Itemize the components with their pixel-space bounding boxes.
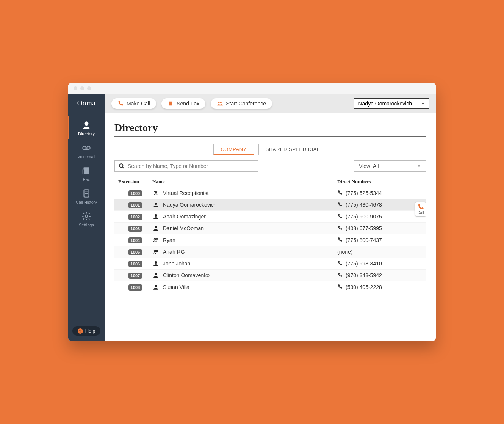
table-row[interactable]: 1002Anah Oomazinger(775) 900-9075	[114, 211, 426, 223]
col-extension: Extension	[118, 179, 152, 185]
voicemail-icon	[81, 143, 91, 153]
phone-icon	[417, 204, 424, 210]
sidebar-item-voicemail[interactable]: Voicemail	[68, 139, 105, 162]
contact-type-icon	[152, 260, 159, 267]
contact-name: Anah Oomazinger	[163, 214, 206, 220]
table-row[interactable]: 1006John Johan(775) 993-3410	[114, 258, 426, 270]
svg-point-12	[220, 102, 222, 103]
extension-badge: 1000	[128, 190, 142, 196]
phone-icon	[337, 272, 343, 279]
table-header: Extension Name Direct Numbers	[114, 176, 426, 187]
topbar: Make Call Send Fax Start Conference Nady…	[105, 94, 436, 113]
contact-type-icon	[152, 190, 159, 196]
sidebar-item-call-history[interactable]: Call History	[68, 185, 105, 207]
window-dot	[80, 86, 84, 90]
svg-point-17	[157, 191, 157, 192]
call-label: Call	[417, 210, 424, 215]
svg-point-23	[154, 250, 156, 252]
button-label: Make Call	[127, 101, 150, 107]
help-icon: ?	[78, 328, 83, 334]
svg-rect-5	[83, 169, 84, 174]
sidebar-label: Fax	[83, 177, 90, 182]
contact-name: Daniel McOoman	[163, 225, 204, 231]
sidebar-item-fax[interactable]: Fax	[68, 162, 105, 185]
extension-badge: 1006	[128, 261, 142, 267]
button-label: Start Conference	[226, 101, 266, 107]
contact-name: Virtual Receptionist	[163, 190, 208, 196]
table-row[interactable]: 1004Ryan(775) 800-7437	[114, 234, 426, 246]
sidebar-item-directory[interactable]: Directory	[68, 116, 105, 139]
table-row[interactable]: 1003Daniel McOoman(408) 677-5995	[114, 223, 426, 234]
view-label: View: All	[359, 163, 379, 169]
users-icon	[217, 101, 223, 107]
svg-point-2	[87, 146, 90, 150]
sidebar-item-settings[interactable]: Settings	[68, 207, 105, 230]
direct-number: (775) 993-3410	[346, 261, 382, 267]
search-box[interactable]	[114, 160, 258, 172]
brand-logo: Ooma	[77, 99, 95, 107]
extension-badge: 1007	[128, 273, 142, 279]
direct-number: (775) 525-5344	[346, 190, 382, 196]
main: Make Call Send Fax Start Conference Nady…	[105, 94, 436, 341]
extension-badge: 1008	[128, 284, 142, 291]
user-name: Nadya Oomarockovich	[358, 101, 412, 107]
gear-icon	[81, 211, 91, 221]
sidebar-label: Settings	[79, 223, 94, 227]
phone-icon	[337, 202, 343, 208]
extension-badge: 1005	[128, 249, 142, 255]
contact-name: Clinton Oomavenko	[163, 272, 210, 278]
tab-company[interactable]: COMPANY	[213, 144, 254, 155]
phone-icon	[337, 225, 343, 232]
phone-icon	[337, 190, 343, 196]
table-row[interactable]: 1008Susan Villa(530) 405-2228	[114, 281, 426, 293]
phone-icon	[337, 214, 343, 220]
button-label: Send Fax	[177, 101, 199, 107]
make-call-button[interactable]: Make Call	[111, 98, 156, 109]
direct-number: (408) 677-5995	[346, 225, 382, 231]
help-button[interactable]: ? Help	[72, 326, 101, 336]
contact-type-icon	[152, 284, 159, 291]
search-input[interactable]	[128, 163, 254, 169]
contact-name: Nadya Oomarockovich	[163, 202, 217, 208]
extension-badge: 1002	[128, 214, 142, 220]
contact-name: John Johan	[163, 261, 190, 267]
chevron-down-icon: ▼	[421, 102, 425, 106]
phone-icon	[337, 284, 343, 291]
help-label: Help	[85, 328, 95, 334]
send-fax-button[interactable]: Send Fax	[161, 98, 205, 109]
start-conference-button[interactable]: Start Conference	[211, 98, 272, 109]
contact-name: Anah RG	[163, 249, 185, 255]
table-row[interactable]: 1005Anah RG(none)	[114, 246, 426, 258]
sidebar-label: Directory	[78, 132, 95, 136]
direct-number: (775) 800-7437	[346, 237, 382, 243]
direct-number: (775) 430-4678	[346, 202, 382, 208]
svg-rect-4	[83, 167, 89, 174]
contact-type-icon	[152, 272, 159, 279]
app-window: Ooma Directory Voicemail Fax	[68, 83, 436, 341]
view-dropdown[interactable]: View: All ▼	[354, 160, 426, 172]
filter-row: View: All ▼	[114, 160, 426, 172]
svg-point-25	[155, 261, 157, 264]
titlebar	[68, 83, 436, 94]
svg-point-20	[155, 226, 157, 228]
contact-type-icon	[152, 213, 159, 220]
page-title: Directory	[114, 122, 426, 137]
table-row[interactable]: 1007Clinton Oomavenko(970) 343-5942	[114, 270, 426, 281]
svg-point-9	[85, 215, 88, 218]
svg-point-11	[218, 102, 220, 103]
contact-type-icon	[152, 201, 159, 208]
table-row[interactable]: 1001Nadya Oomarockovich(775) 430-4678	[114, 199, 426, 211]
contact-type-icon	[152, 237, 159, 243]
direct-number: (none)	[337, 249, 352, 255]
col-direct-numbers: Direct Numbers	[337, 179, 424, 185]
phone-icon	[337, 261, 343, 267]
svg-line-14	[122, 167, 124, 168]
svg-point-22	[156, 239, 158, 240]
phone-icon	[337, 237, 343, 243]
chevron-down-icon: ▼	[417, 164, 421, 168]
extension-badge: 1003	[128, 226, 142, 232]
call-action-tab[interactable]: Call	[415, 202, 426, 217]
user-dropdown[interactable]: Nadya Oomarockovich ▼	[354, 98, 429, 109]
table-row[interactable]: 1000Virtual Receptionist(775) 525-5344	[114, 187, 426, 199]
tab-shared-speed-dial[interactable]: SHARED SPEED DIAL	[258, 144, 327, 155]
